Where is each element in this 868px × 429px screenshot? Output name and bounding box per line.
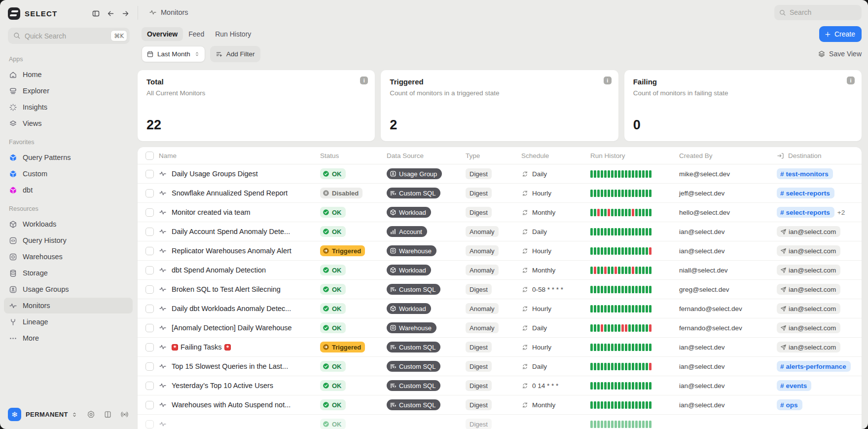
- row-checkbox[interactable]: [145, 401, 154, 409]
- tab-feed[interactable]: Feed: [183, 27, 210, 41]
- run-history-bars[interactable]: [590, 344, 651, 351]
- sidebar-item-dbt[interactable]: dbt: [4, 182, 133, 198]
- table-row[interactable]: Snowflake Annualized Spend ReportDisable…: [138, 184, 862, 203]
- destination-email[interactable]: ian@select.com: [777, 303, 840, 314]
- run-history-bars[interactable]: [590, 382, 651, 390]
- table-row[interactable]: Daily dbt Workloads Anomaly Detec...OKWo…: [138, 299, 862, 318]
- table-row[interactable]: Daily Account Spend Anomaly Dete...OKAcc…: [138, 222, 862, 241]
- run-history-bars[interactable]: [590, 170, 651, 178]
- table-row[interactable]: Daily Usage Groups DigestOKUsage GroupDi…: [138, 164, 862, 184]
- table-row[interactable]: Warehouses with Auto Suspend not...OKCus…: [138, 395, 862, 415]
- destination-channel[interactable]: #select-reports: [777, 188, 834, 198]
- account-switcher-chevron-icon[interactable]: [71, 411, 78, 418]
- tab-run-history[interactable]: Run History: [210, 27, 256, 41]
- run-history-bars[interactable]: [590, 190, 651, 197]
- tab-overview[interactable]: Overview: [142, 27, 183, 41]
- breadcrumb[interactable]: Monitors: [149, 8, 188, 16]
- row-checkbox[interactable]: [145, 189, 154, 197]
- snowflake-account-icon[interactable]: ❄: [8, 408, 21, 421]
- select-all-checkbox[interactable]: [145, 152, 154, 160]
- info-icon[interactable]: i: [604, 77, 612, 84]
- destination-channel[interactable]: #ops: [777, 399, 802, 410]
- sidebar-item-query-patterns[interactable]: Query Patterns: [4, 150, 133, 165]
- table-row[interactable]: OKDigest: [138, 415, 862, 429]
- row-checkbox[interactable]: [145, 266, 154, 274]
- create-button[interactable]: Create: [819, 26, 862, 42]
- sidebar-item-explorer[interactable]: Explorer: [4, 83, 133, 99]
- row-checkbox[interactable]: [145, 362, 154, 371]
- sidebar-item-warehouses[interactable]: Warehouses: [4, 249, 133, 265]
- table-row[interactable]: dbt Spend Anomaly DetectionOKWorkloadAno…: [138, 261, 862, 280]
- sidebar-toggle-icon[interactable]: [92, 9, 100, 18]
- sidebar-item-insights[interactable]: Insights: [4, 99, 133, 115]
- info-icon[interactable]: i: [847, 77, 855, 84]
- sidebar-item-workloads[interactable]: Workloads: [4, 216, 133, 232]
- sidebar-item-query-history[interactable]: Query History: [4, 233, 133, 248]
- date-range-select[interactable]: Last Month: [142, 46, 205, 62]
- cell-schedule: Hourly: [521, 344, 590, 351]
- destination-channel[interactable]: #events: [777, 380, 811, 391]
- save-view-button[interactable]: Save View: [818, 50, 862, 58]
- row-checkbox[interactable]: [145, 247, 154, 255]
- sidebar-item-usage-groups[interactable]: Usage Groups: [4, 281, 133, 297]
- table-row[interactable]: Top 15 Slowest Queries in the Last...OKC…: [138, 357, 862, 376]
- row-checkbox[interactable]: [145, 305, 154, 313]
- destination-email[interactable]: ian@select.com: [777, 226, 840, 237]
- sidebar-item-more[interactable]: More: [4, 330, 133, 346]
- run-history-bars[interactable]: [590, 286, 651, 293]
- sidebar-item-views[interactable]: Views: [4, 116, 133, 131]
- add-filter-button[interactable]: Add Filter: [210, 46, 260, 62]
- cell-data-source: Custom SQL: [387, 188, 466, 198]
- table-row[interactable]: Failing TasksTriggeredCustom SQLDigestHo…: [138, 338, 862, 357]
- destination-email[interactable]: ian@select.com: [777, 322, 840, 333]
- settings-nut-icon[interactable]: [87, 410, 95, 419]
- sidebar-item-custom[interactable]: Custom: [4, 166, 133, 182]
- sidebar-item-storage[interactable]: Storage: [4, 265, 133, 281]
- table-row[interactable]: [Anomaly Detection] Daily WarehouseOKWar…: [138, 318, 862, 338]
- sidebar-item-lineage[interactable]: Lineage: [4, 314, 133, 330]
- info-icon[interactable]: i: [360, 77, 368, 84]
- run-history-bars[interactable]: [590, 247, 651, 255]
- row-checkbox[interactable]: [145, 343, 154, 351]
- page-search-input[interactable]: [774, 5, 862, 20]
- sidebar-item-home[interactable]: Home: [4, 67, 133, 82]
- run-history-bars[interactable]: [590, 228, 651, 235]
- table-row[interactable]: Replicator Warehouses Anomaly AlertTrigg…: [138, 241, 862, 261]
- run-history-bars[interactable]: [590, 305, 651, 312]
- destination-email[interactable]: ian@select.com: [777, 265, 840, 275]
- destination-channel[interactable]: #alerts-performance: [777, 361, 851, 372]
- row-checkbox[interactable]: [145, 285, 154, 294]
- docs-book-icon[interactable]: [104, 410, 112, 419]
- row-checkbox[interactable]: [145, 208, 154, 217]
- destination-email[interactable]: ian@select.com: [777, 245, 840, 256]
- row-checkbox[interactable]: [145, 382, 154, 390]
- run-history-bars[interactable]: [590, 421, 651, 428]
- run-history-bars[interactable]: [590, 324, 651, 332]
- broadcast-icon[interactable]: [120, 410, 129, 419]
- table-row[interactable]: Monitor created via teamOKWorkloadDigest…: [138, 203, 862, 222]
- destination-channel[interactable]: #test-monitors: [777, 168, 833, 179]
- run-history-bars[interactable]: [590, 401, 651, 409]
- table-row[interactable]: Broken SQL to Test Alert SilecningOKCust…: [138, 280, 862, 299]
- row-checkbox[interactable]: [145, 420, 154, 429]
- sidebar-item-monitors[interactable]: Monitors: [4, 298, 133, 313]
- row-checkbox[interactable]: [145, 170, 154, 178]
- type-pill: Digest: [466, 284, 492, 295]
- nav-forward-icon[interactable]: [121, 9, 130, 18]
- destination-email[interactable]: ian@select.com: [777, 284, 840, 295]
- destination-channel[interactable]: #select-reports: [777, 207, 834, 218]
- nav-back-icon[interactable]: [107, 9, 115, 18]
- run-history-bars[interactable]: [590, 209, 651, 216]
- schedule-label: 0-58 * * * *: [532, 286, 563, 293]
- destination-email[interactable]: ian@select.com: [777, 342, 840, 352]
- run-bar: [621, 324, 624, 332]
- row-checkbox[interactable]: [145, 324, 154, 332]
- row-checkbox[interactable]: [145, 228, 154, 236]
- run-history-bars[interactable]: [590, 363, 651, 370]
- run-history-bars[interactable]: [590, 267, 651, 274]
- run-bar: [590, 305, 593, 312]
- run-bar: [625, 305, 627, 312]
- run-bar: [594, 209, 596, 216]
- data-source-label: Workload: [399, 305, 426, 312]
- table-row[interactable]: Yesterday’s Top 10 Active UsersOKCustom …: [138, 376, 862, 395]
